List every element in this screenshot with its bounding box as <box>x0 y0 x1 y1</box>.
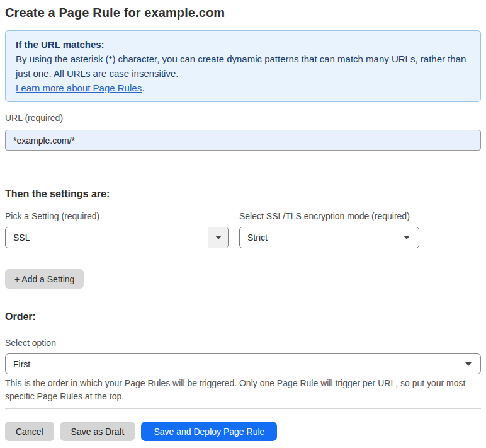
pick-setting-column: Pick a Setting (required) SSL <box>5 210 229 248</box>
encryption-mode-select[interactable]: Strict <box>239 227 419 248</box>
order-help-text: This is the order in which your Page Rul… <box>5 377 481 403</box>
learn-more-link[interactable]: Learn more about Page Rules <box>16 83 142 93</box>
save-and-deploy-button[interactable]: Save and Deploy Page Rule <box>141 422 277 441</box>
chevron-down-icon <box>208 227 228 248</box>
section-divider <box>5 299 481 299</box>
link-suffix: . <box>142 83 144 93</box>
chevron-down-icon <box>404 236 410 239</box>
url-label: URL (required) <box>5 112 481 123</box>
info-box-link-line: Learn more about Page Rules. <box>16 81 470 95</box>
order-select-value: First <box>6 359 465 369</box>
footer-button-row: Cancel Save as Draft Save and Deploy Pag… <box>5 422 481 441</box>
encryption-mode-value: Strict <box>240 233 404 243</box>
cancel-button[interactable]: Cancel <box>5 422 54 441</box>
pick-setting-label: Pick a Setting (required) <box>5 210 229 222</box>
order-select-label: Select option <box>5 337 481 348</box>
order-select[interactable]: First <box>5 353 481 374</box>
url-match-info-box: If the URL matches: By using the asteris… <box>5 30 481 102</box>
info-box-heading: If the URL matches: <box>16 37 470 52</box>
save-as-draft-button[interactable]: Save as Draft <box>60 422 135 441</box>
pick-setting-value: SSL <box>6 233 208 243</box>
order-section-heading: Order: <box>5 311 481 323</box>
settings-row: Pick a Setting (required) SSL Select SSL… <box>5 210 481 248</box>
create-page-rule-panel: Create a Page Rule for example.com If th… <box>0 4 486 441</box>
url-input[interactable] <box>5 130 481 151</box>
page-title: Create a Page Rule for example.com <box>5 4 481 21</box>
chevron-down-icon <box>465 362 472 366</box>
pick-setting-select[interactable]: SSL <box>5 227 229 248</box>
section-divider <box>5 408 481 409</box>
add-setting-button[interactable]: + Add a Setting <box>5 269 84 289</box>
settings-section-heading: Then the settings are: <box>5 188 481 200</box>
encryption-mode-label: Select SSL/TLS encryption mode (required… <box>239 210 419 222</box>
section-divider <box>5 176 481 176</box>
info-box-body: By using the asterisk (*) character, you… <box>16 52 470 81</box>
encryption-mode-column: Select SSL/TLS encryption mode (required… <box>239 210 419 248</box>
